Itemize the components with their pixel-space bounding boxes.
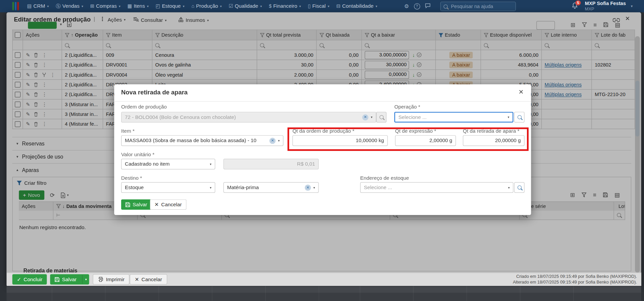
chevron-down-icon[interactable]: ▾: [278, 139, 280, 142]
help-search-input[interactable]: [450, 3, 501, 10]
nav-item-financeiro[interactable]: $Financeiro▾: [269, 3, 301, 9]
operacao-combobox[interactable]: Selecione ... ▾: [394, 112, 513, 123]
chevron-down-icon: ▾: [220, 4, 222, 8]
settings-gear-icon[interactable]: ⚙: [404, 3, 409, 9]
nav-item-vendas[interactable]: ⓈVendas▾: [56, 3, 83, 10]
modal-close-icon[interactable]: ✕: [518, 88, 524, 96]
window-footer: ✓Concluir Salvar ▾ Imprimir ✕Cancelar Cr…: [7, 272, 641, 286]
endereco-estoque-label: Endereço de estoque: [360, 175, 409, 181]
concluir-button[interactable]: ✓Concluir: [12, 274, 47, 285]
valor-unitario-amount: R$ 0,01: [224, 159, 319, 169]
qualidade-icon: ☑: [229, 3, 233, 9]
user-org: MXP: [585, 6, 626, 11]
help-search[interactable]: [440, 2, 516, 11]
modal-cancelar-button[interactable]: ✕Cancelar: [150, 200, 186, 210]
clear-icon[interactable]: ✕: [305, 184, 311, 190]
nav-item-itens[interactable]: ▦Itens▾: [128, 3, 149, 9]
imprimir-button[interactable]: Imprimir: [93, 274, 130, 285]
floppy-icon: [125, 202, 130, 207]
audit-info: Criado em 18/07/2025 09:15:49 por Sofia …: [513, 274, 637, 285]
clear-icon[interactable]: ✕: [362, 114, 368, 120]
chevron-down-icon: ▾: [328, 4, 330, 8]
background-page-strip: [7, 285, 641, 301]
modal-salvar-button[interactable]: Salvar: [121, 200, 151, 210]
cancelar-button[interactable]: ✕Cancelar: [130, 274, 167, 285]
floppy-icon: [55, 277, 60, 282]
nav-item-compras[interactable]: ⊞Compras▾: [90, 3, 120, 9]
qt-ordem-producao-label: Qt da ordem de produção *: [292, 128, 354, 134]
nav-item-qualidade[interactable]: ☑Qualidade▾: [229, 3, 262, 9]
vendas-icon: Ⓢ: [56, 3, 61, 10]
modal-title: Nova retirada de apara: [121, 89, 188, 96]
ordem-search-button: [376, 112, 387, 123]
chat-icon[interactable]: [425, 3, 431, 9]
destino-label: Destino *: [121, 175, 142, 181]
contabilidade-icon: ⊟: [336, 3, 340, 9]
nav-item-contabilidade[interactable]: ⊟Contabilidade▾: [336, 3, 377, 9]
destino-select[interactable]: Estoque ▾: [121, 182, 215, 193]
notification-badge: 5: [576, 0, 581, 5]
check-icon: ✓: [17, 276, 21, 282]
itens-icon: ▦: [128, 3, 132, 9]
salvar-options-caret[interactable]: ▾: [82, 275, 89, 284]
maxiprod-logo-icon[interactable]: [12, 2, 20, 10]
compras-icon: ⊞: [90, 3, 94, 9]
help-icon[interactable]: ?: [414, 3, 420, 9]
valor-unitario-label: Valor unitário *: [121, 152, 154, 158]
close-icon: ✕: [154, 202, 159, 208]
crm-icon: ▤: [27, 3, 32, 9]
chevron-down-icon[interactable]: ▾: [210, 162, 211, 166]
endereco-estoque-combobox[interactable]: Selecione ... ▾: [360, 182, 513, 193]
ordem-producao-label: Ordem de produção: [121, 104, 167, 110]
qt-expressao-label: Qt de expressão *: [395, 128, 436, 134]
chevron-down-icon: ▾: [82, 4, 83, 8]
destino-tipo-combobox[interactable]: Matéria-prima ✕ ▾: [224, 182, 319, 193]
nova-retirada-de-apara-modal: Nova retirada de apara ✕ Ordem de produç…: [114, 84, 531, 215]
endereco-search-button[interactable]: [514, 182, 525, 193]
nav-item-estoque[interactable]: ◰Estoque▾: [156, 3, 185, 9]
chevron-down-icon: ▾: [119, 4, 120, 8]
item-label: Item *: [121, 128, 135, 134]
salvar-button[interactable]: Salvar ▾: [50, 274, 89, 285]
qt-retirada-apara-label: Qt da retirada de apara *: [463, 128, 519, 134]
chevron-down-icon[interactable]: ▾: [508, 115, 509, 119]
chevron-down-icon[interactable]: ▾: [210, 186, 211, 189]
chevron-down-icon[interactable]: ▾: [371, 115, 373, 119]
chevron-down-icon: ▾: [376, 4, 377, 8]
ordem-producao-combobox: 72 - BOLO004 (Bolo de Cenoura com chocol…: [121, 112, 376, 123]
qt-retirada-apara-input[interactable]: 20,00000 g: [463, 135, 525, 146]
nav-item-crm[interactable]: ▤CRM▾: [27, 3, 49, 9]
estoque-icon: ◰: [156, 3, 160, 9]
qt-ordem-producao-input[interactable]: 10,00000 kg: [292, 135, 388, 146]
chevron-down-icon: ▾: [260, 4, 262, 8]
chevron-down-icon[interactable]: ▾: [631, 4, 633, 8]
screen: ▤CRM▾ ⓈVendas▾ ⊞Compras▾ ▦Itens▾ ◰Estoqu…: [0, 0, 644, 301]
qt-expressao-input[interactable]: 2,00000 g: [395, 135, 456, 146]
chevron-down-icon: ▾: [147, 4, 149, 8]
fiscal-icon: ▯: [308, 3, 311, 9]
user-menu[interactable]: MXP Sofia Festas MXP: [585, 1, 626, 11]
chevron-down-icon: ▾: [47, 4, 49, 8]
clear-icon[interactable]: ✕: [269, 137, 276, 143]
chevron-down-icon: ▾: [299, 4, 301, 8]
nav-item-producao[interactable]: ⌂Produção▾: [191, 3, 221, 9]
scrollbar-thumb[interactable]: [635, 81, 639, 136]
notifications-bell-icon[interactable]: 5: [572, 2, 578, 11]
financeiro-icon: $: [269, 3, 271, 9]
valor-unitario-select[interactable]: Cadastrado no item ▾: [121, 159, 215, 169]
chevron-down-icon[interactable]: ▾: [508, 186, 510, 189]
chevron-down-icon: ▾: [183, 4, 185, 8]
operacao-label: Operação *: [394, 104, 420, 110]
producao-icon: ⌂: [191, 3, 194, 9]
close-icon: ✕: [135, 276, 139, 282]
chevron-down-icon[interactable]: ▾: [313, 186, 315, 189]
nav-item-fiscal[interactable]: ▯Fiscal▾: [308, 3, 330, 9]
search-icon: [444, 4, 448, 8]
operacao-search-button[interactable]: [514, 112, 525, 123]
top-nav: ▤CRM▾ ⓈVendas▾ ⊞Compras▾ ▦Itens▾ ◰Estoqu…: [0, 0, 644, 12]
printer-icon: [98, 277, 103, 282]
item-combobox[interactable]: MASSA003 (Sobra de massa de bolo básica …: [121, 135, 283, 146]
user-name: MXP Sofia Festas: [585, 1, 626, 6]
